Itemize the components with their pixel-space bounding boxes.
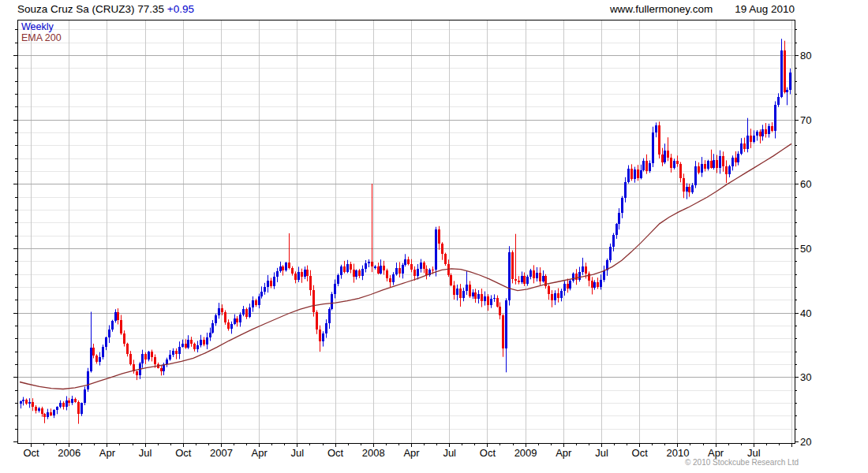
candle-body — [502, 315, 504, 348]
candle-body — [462, 291, 465, 297]
candle-body — [154, 357, 156, 365]
candle-body — [221, 308, 223, 312]
candle-body — [453, 285, 455, 295]
candle-body — [627, 169, 630, 182]
candle-body — [279, 266, 282, 272]
candle-body — [62, 403, 65, 407]
candle-body — [469, 285, 471, 296]
candle-body — [346, 264, 349, 272]
candle-body — [99, 357, 101, 363]
candle-body — [642, 161, 645, 170]
x-axis-label: Oct — [632, 447, 649, 459]
candle-body — [777, 97, 780, 105]
candle-body — [282, 266, 284, 271]
candle-body — [136, 371, 138, 374]
candle-body — [761, 129, 764, 137]
candle-body — [750, 136, 752, 142]
candle-body — [312, 290, 315, 312]
candle-body — [514, 279, 517, 281]
candle-body — [374, 266, 376, 267]
candle-body — [600, 280, 602, 288]
x-axis-label: Apr — [99, 447, 116, 459]
candle-body — [258, 296, 260, 305]
date-label: 19 Aug 2010 — [735, 3, 795, 15]
candle-body — [398, 268, 401, 274]
instrument-title: Souza Cruz Sa (CRUZ3) 77.35 — [17, 3, 164, 15]
candle-body — [618, 213, 620, 225]
candle-body — [567, 284, 569, 289]
candle-body — [334, 284, 336, 295]
candle-body — [557, 293, 559, 298]
candle-body — [508, 252, 511, 300]
candle-body — [784, 50, 786, 92]
candle-body — [637, 169, 639, 178]
candle-body — [413, 270, 416, 276]
x-axis-label: Jul — [291, 447, 305, 459]
candle-body — [377, 266, 380, 273]
candle-body — [588, 274, 590, 281]
x-axis-label: Apr — [556, 447, 572, 459]
candle-body — [386, 270, 388, 278]
candle-body — [444, 254, 447, 264]
candle-body — [71, 399, 73, 404]
candle-body — [670, 158, 672, 168]
x-axis-label: Oct — [480, 447, 496, 459]
candle-body — [129, 354, 132, 363]
candle-body — [84, 389, 86, 404]
candle-body — [224, 312, 226, 322]
candle-body — [707, 161, 709, 169]
candle-body — [242, 309, 245, 315]
candle-body — [450, 275, 452, 285]
candle-body — [713, 160, 715, 168]
candle-body — [649, 163, 651, 172]
candle-body — [273, 277, 275, 285]
candle-body — [117, 312, 119, 320]
timeframe-label: Weekly — [21, 22, 54, 32]
candle-body — [126, 344, 129, 354]
x-axis-label: Oct — [23, 447, 39, 459]
candle-body — [365, 263, 367, 269]
candle-body — [655, 125, 657, 133]
candle-body — [771, 126, 773, 131]
candle-body — [542, 276, 544, 281]
website-label: www.fullermoney.com — [610, 3, 713, 15]
candle-body — [185, 344, 187, 348]
candle-body — [533, 270, 535, 278]
candle-body — [172, 351, 174, 356]
x-axis-label: Apr — [403, 447, 420, 459]
candle-body — [340, 266, 342, 275]
candle-body — [505, 300, 507, 348]
candle-body — [264, 287, 266, 292]
candle-body — [203, 340, 205, 345]
candle-body — [68, 400, 70, 403]
candle-body — [337, 275, 339, 284]
candle-body — [456, 289, 458, 295]
candle-body — [487, 296, 489, 305]
chart-title: Souza Cruz Sa (CRUZ3) 77.35 +0.95 — [17, 3, 194, 15]
x-axis-label: Jul — [595, 447, 608, 459]
header-right: www.fullermoney.com 19 Aug 2010 — [610, 3, 795, 15]
candle-body — [701, 164, 703, 173]
candle-body — [529, 270, 532, 276]
candle-body — [740, 143, 743, 153]
candle-body — [59, 403, 62, 408]
candle-body — [43, 414, 46, 416]
candle-body — [80, 403, 83, 413]
x-axis-label: 2010 — [666, 447, 689, 459]
candle-body — [206, 337, 208, 345]
candle-body — [56, 407, 58, 410]
candle-body — [432, 270, 434, 270]
candle-body — [728, 166, 731, 174]
candle-body — [612, 235, 615, 247]
y-axis-label: 80 — [800, 50, 811, 61]
candle-body — [569, 281, 571, 289]
candle-body — [493, 298, 496, 300]
candle-body — [621, 198, 623, 213]
candle-body — [474, 292, 477, 299]
candle-body — [77, 402, 80, 414]
candle-body — [331, 294, 333, 309]
candle-body — [358, 270, 361, 276]
candle-body — [688, 187, 690, 192]
candle-body — [102, 347, 104, 357]
candle-body — [725, 166, 728, 174]
